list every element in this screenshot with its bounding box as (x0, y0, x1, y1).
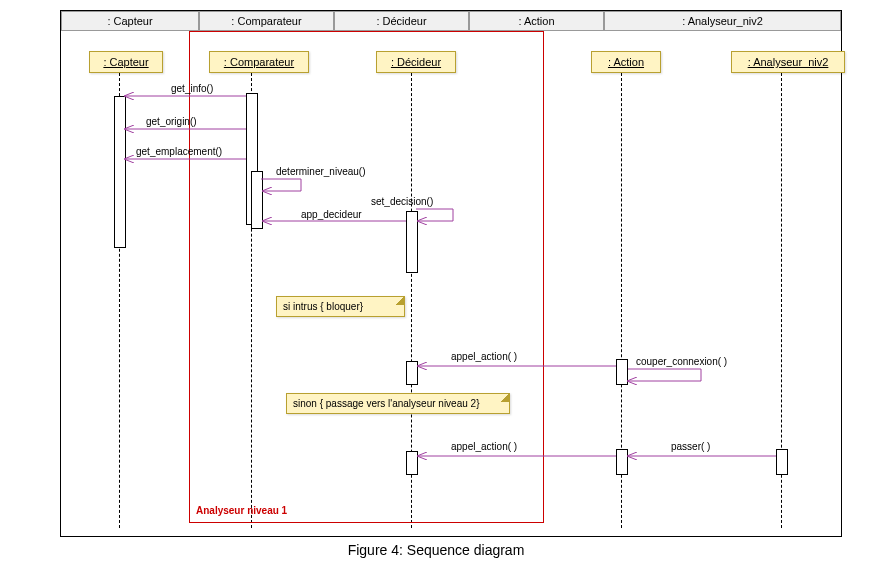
header-action: : Action (469, 11, 604, 31)
header-row: : Capteur : Comparateur : Décideur : Act… (61, 11, 841, 31)
box-action: : Action (591, 51, 661, 73)
act-analyseur (776, 449, 788, 475)
frame-label: Analyseur niveau 1 (196, 505, 287, 516)
box-analyseur: : Analyseur_niv2 (731, 51, 845, 73)
header-comparateur: : Comparateur (199, 11, 334, 31)
header-capteur: : Capteur (61, 11, 199, 31)
lbl-passer: passer( ) (671, 441, 710, 452)
lbl-appel-action1: appel_action( ) (451, 351, 517, 362)
lbl-set-decision: set_decision() (371, 196, 433, 207)
lbl-determiner-niveau: determiner_niveau() (276, 166, 366, 177)
lbl-get-origin: get_origin() (146, 116, 197, 127)
header-analyseur: : Analyseur_niv2 (604, 11, 841, 31)
act-action1 (616, 359, 628, 385)
lbl-appel-action2: appel_action( ) (451, 441, 517, 452)
lbl-get-emplacement: get_emplacement() (136, 146, 222, 157)
act-action2 (616, 449, 628, 475)
box-capteur: : Capteur (89, 51, 163, 73)
note-intrus: si intrus { bloquer} (276, 296, 405, 317)
lbl-couper-connexion: couper_connexion( ) (636, 356, 727, 367)
note-sinon: sinon { passage vers l'analyseur niveau … (286, 393, 510, 414)
lbl-app-decideur: app_decideur (301, 209, 362, 220)
figure-caption: Figure 4: Sequence diagram (0, 542, 872, 558)
lbl-get-info: get_info() (171, 83, 213, 94)
act-capteur (114, 96, 126, 248)
header-decideur: : Décideur (334, 11, 469, 31)
sequence-diagram: : Capteur : Comparateur : Décideur : Act… (60, 10, 842, 537)
